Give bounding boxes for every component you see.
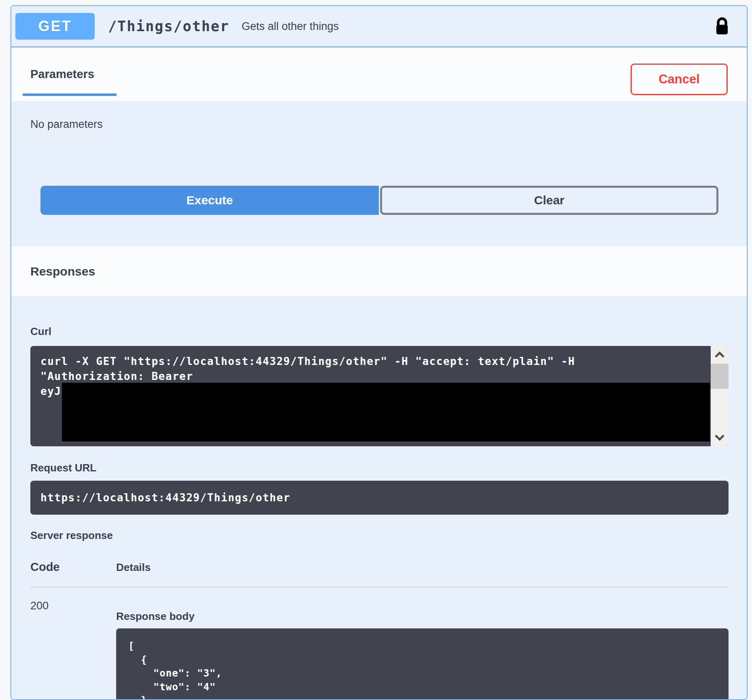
parameters-section: No parameters Execute Clear: [11, 101, 747, 246]
curl-label: Curl: [30, 325, 729, 338]
request-url-value: https://localhost:44329/Things/other: [40, 492, 291, 504]
response-body-block: [ { "one": "3", "two": "4" }, {: [116, 628, 729, 700]
endpoint-path: /Things/other: [108, 18, 229, 34]
http-method-badge: GET: [15, 13, 95, 40]
execute-row: Execute Clear: [40, 186, 718, 215]
cancel-button[interactable]: Cancel: [631, 64, 728, 95]
response-row-200: 200 Response body [ { "one": "3", "two":…: [30, 600, 729, 700]
tab-parameters[interactable]: Parameters: [30, 68, 94, 81]
server-response-label: Server response: [30, 529, 729, 542]
curl-line-2: "Authorization: Bearer: [40, 369, 711, 384]
request-url-block: https://localhost:44329/Things/other: [30, 481, 729, 515]
curl-line-1: curl -X GET "https://localhost:44329/Thi…: [40, 354, 711, 369]
curl-scrollbar[interactable]: [711, 346, 729, 446]
endpoint-summary: Gets all other things: [242, 20, 339, 33]
code-column-header: Code: [30, 560, 116, 574]
request-url-label: Request URL: [30, 462, 729, 474]
redacted-token-area: [62, 383, 710, 441]
curl-command-block: curl -X GET "https://localhost:44329/Thi…: [30, 346, 729, 446]
chevron-up-icon[interactable]: [714, 351, 725, 358]
table-divider: [30, 587, 729, 588]
tab-parameters-label: Parameters: [30, 68, 94, 81]
server-response-table: Code Details 200 Response body [ { "one"…: [30, 560, 729, 700]
scrollbar-thumb[interactable]: [711, 364, 729, 389]
response-body-json: [ { "one": "3", "two": "4" }, {: [116, 628, 729, 700]
responses-title: Responses: [30, 265, 95, 278]
execute-button[interactable]: Execute: [40, 186, 379, 215]
active-tab-underline: [23, 93, 117, 96]
tab-bar: Parameters Cancel: [11, 47, 747, 101]
responses-section: Curl curl -X GET "https://localhost:4432…: [11, 297, 747, 700]
chevron-down-icon[interactable]: [714, 434, 725, 441]
lock-icon[interactable]: [714, 17, 730, 36]
response-details-cell: Response body [ { "one": "3", "two": "4"…: [116, 600, 729, 700]
no-parameters-message: No parameters: [30, 118, 718, 131]
response-table-header: Code Details: [30, 560, 729, 574]
details-column-header: Details: [116, 561, 151, 574]
clear-button[interactable]: Clear: [380, 186, 718, 215]
operation-summary-header[interactable]: GET /Things/other Gets all other things: [11, 6, 747, 47]
responses-header: Responses: [11, 246, 747, 297]
status-code: 200: [30, 600, 116, 700]
response-body-label: Response body: [116, 610, 729, 623]
operation-block: GET /Things/other Gets all other things …: [11, 5, 748, 700]
